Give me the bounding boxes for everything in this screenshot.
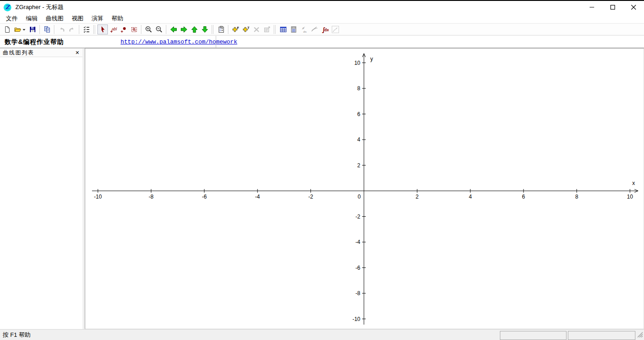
report-button[interactable] xyxy=(216,24,226,34)
toolbar-group xyxy=(42,24,52,34)
delete-curve-button xyxy=(251,24,261,34)
add-point-tool-icon xyxy=(120,26,127,33)
y-axis-label: y xyxy=(370,56,373,62)
report-icon xyxy=(218,26,225,33)
zoom-out-icon xyxy=(155,26,163,33)
menu-item-2[interactable]: 编辑 xyxy=(22,14,42,23)
pan-left-icon xyxy=(170,26,177,33)
calculator-button[interactable] xyxy=(288,24,299,34)
undo-icon xyxy=(58,26,65,33)
curve-properties-icon xyxy=(263,26,271,33)
derivative-icon: ddx xyxy=(300,26,308,33)
resize-grip[interactable] xyxy=(637,332,643,339)
toolbar-separator xyxy=(39,25,40,34)
menu-item-5[interactable]: 演算 xyxy=(87,14,107,23)
regression-button xyxy=(330,24,340,34)
open-file-button[interactable] xyxy=(12,24,27,34)
x-tick-label: -10 xyxy=(94,194,102,200)
toolbar: ablFTddx∫dx xyxy=(0,23,644,35)
close-icon xyxy=(631,5,636,10)
menu-item-3[interactable]: 曲线图 xyxy=(42,14,68,23)
delete-curve-icon xyxy=(253,26,260,33)
pan-down-button[interactable] xyxy=(199,24,210,34)
zoom-region-tool-icon xyxy=(131,26,138,33)
x-tick-label: 8 xyxy=(575,194,578,200)
toolbar-separator xyxy=(274,25,274,34)
tangent-icon xyxy=(311,26,318,33)
graph-canvas[interactable]: -10-8-6-4-2246810-10-8-6-4-22468100xy xyxy=(85,48,644,329)
toolbar-group xyxy=(2,24,38,34)
curve-properties-button xyxy=(261,24,272,34)
undo-button xyxy=(56,24,67,34)
x-tick-label: 4 xyxy=(469,194,472,200)
add-label-tool-icon: abl xyxy=(110,26,117,33)
toolbar-group xyxy=(168,24,210,34)
toolbar-separator xyxy=(228,25,228,34)
pan-right-button[interactable] xyxy=(179,24,189,34)
menu-item-1[interactable]: 文件 xyxy=(2,14,22,23)
curve-list-toggle-icon xyxy=(83,26,90,33)
x-axis-label: x xyxy=(632,180,635,186)
maximize-button[interactable] xyxy=(602,1,623,14)
toolbar-separator xyxy=(93,25,94,34)
calculator-icon xyxy=(290,26,297,33)
y-tick-label: 2 xyxy=(357,162,360,169)
save-file-icon xyxy=(29,26,36,33)
main-area: 曲线图列表 ✕ -10-8-6-4-2246810-10-8-6-4-22468… xyxy=(0,48,644,329)
add-table-curve-button[interactable]: T xyxy=(241,24,251,34)
pan-left-button[interactable] xyxy=(168,24,179,34)
menu-item-6[interactable]: 帮助 xyxy=(107,14,127,23)
add-function-button[interactable]: F xyxy=(230,24,241,34)
pan-up-icon xyxy=(191,26,198,33)
y-tick-label: 6 xyxy=(357,111,360,117)
new-file-icon xyxy=(4,26,11,33)
y-tick-label: -8 xyxy=(355,290,360,296)
pan-up-button[interactable] xyxy=(189,24,199,34)
y-tick-label: 4 xyxy=(357,136,360,143)
ad-banner: 数学&编程作业帮助 http://www.palamsoft.com/homew… xyxy=(0,35,644,48)
x-tick-label: 6 xyxy=(522,194,525,200)
table-of-values-button[interactable] xyxy=(278,24,288,34)
save-file-button[interactable] xyxy=(27,24,38,34)
svg-text:T: T xyxy=(247,26,250,29)
add-table-curve-icon: T xyxy=(242,26,250,33)
redo-button xyxy=(67,24,77,34)
select-tool-button[interactable] xyxy=(97,24,108,34)
minimize-icon xyxy=(589,5,595,10)
curve-list-close-button[interactable]: ✕ xyxy=(74,49,81,56)
y-tick-label: 8 xyxy=(357,85,360,92)
copy-button[interactable] xyxy=(42,24,52,34)
zoom-region-tool-button[interactable] xyxy=(129,24,139,34)
integral-button[interactable]: ∫dx xyxy=(320,24,330,34)
pan-right-icon xyxy=(180,26,188,33)
curve-list-body[interactable] xyxy=(0,57,82,329)
y-tick-label: -6 xyxy=(355,265,360,271)
close-button[interactable] xyxy=(623,1,644,14)
x-tick-label: -8 xyxy=(149,194,154,200)
y-tick-label: 10 xyxy=(354,60,361,66)
origin-label: 0 xyxy=(358,194,361,200)
zoom-out-button[interactable] xyxy=(154,24,164,34)
window-controls xyxy=(581,1,644,14)
menu-item-4[interactable]: 视图 xyxy=(68,14,87,23)
zoom-in-button[interactable] xyxy=(143,24,154,34)
zoom-in-icon xyxy=(145,26,152,33)
table-of-values-icon xyxy=(280,26,287,33)
status-panel-1 xyxy=(500,331,567,340)
y-tick-label: -4 xyxy=(355,239,360,245)
toolbar-group xyxy=(216,24,226,34)
banner-link[interactable]: http://www.palamsoft.com/homework xyxy=(121,39,237,45)
new-file-button[interactable] xyxy=(2,24,12,34)
toolbar-group xyxy=(81,24,92,34)
toolbar-group xyxy=(56,24,77,34)
add-label-tool-button[interactable]: abl xyxy=(108,24,118,34)
app-icon: Z xyxy=(4,4,11,11)
tangent-button xyxy=(309,24,320,34)
x-tick-label: -4 xyxy=(255,194,260,200)
status-bar: 按 F1 帮助 xyxy=(0,329,644,340)
add-point-tool-button[interactable] xyxy=(118,24,129,34)
curve-list-toggle-button[interactable] xyxy=(81,24,92,34)
curve-list-panel: 曲线图列表 ✕ xyxy=(0,48,82,329)
minimize-button[interactable] xyxy=(581,1,602,14)
svg-text:dx: dx xyxy=(303,29,307,33)
